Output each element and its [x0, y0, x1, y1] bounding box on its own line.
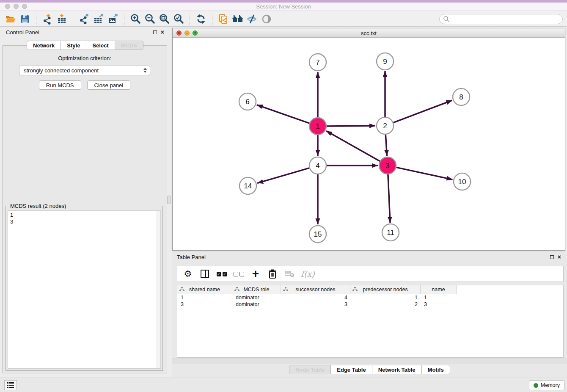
control-tab-style[interactable]: Style — [61, 41, 86, 50]
edge-1-6[interactable] — [257, 105, 310, 124]
table-cell[interactable]: 3 — [421, 301, 457, 308]
toolbar-separator — [36, 13, 36, 25]
close-panel-button[interactable]: Close panel — [87, 80, 131, 90]
node-15[interactable]: 15 — [309, 226, 326, 243]
edge-3-10[interactable] — [396, 167, 453, 179]
zoom-fit-icon[interactable] — [157, 12, 171, 26]
node-2[interactable]: 2 — [377, 117, 394, 134]
deselect-all-icon[interactable] — [233, 268, 244, 280]
column-header-label: predecessor nodes — [363, 287, 407, 293]
float-panel-icon[interactable] — [153, 30, 157, 34]
run-mcds-button[interactable]: Run MCDS — [39, 80, 81, 90]
control-tab-mcds[interactable]: MCDS — [115, 41, 143, 50]
svg-text:3: 3 — [385, 162, 389, 170]
node-11[interactable]: 11 — [382, 224, 399, 241]
memory-button[interactable]: Memory — [529, 380, 564, 390]
criterion-value: strongly connected component — [24, 67, 99, 74]
close-panel-icon[interactable]: × — [161, 30, 164, 34]
edge-2-8[interactable] — [394, 100, 452, 123]
table-cell[interactable]: dominator — [232, 301, 281, 308]
node-1[interactable]: 1 — [309, 118, 326, 135]
table-cell[interactable]: 1 — [350, 294, 421, 301]
import-table-icon[interactable] — [55, 12, 69, 26]
table-cell[interactable]: 4 — [281, 294, 350, 301]
home-icon[interactable] — [231, 12, 245, 26]
column-header-successor-nodes[interactable]: successor nodes — [281, 285, 350, 294]
table-tab-node-table[interactable]: Node Table — [289, 365, 331, 374]
search-box[interactable] — [439, 14, 563, 24]
edge-3-1[interactable] — [326, 131, 380, 161]
column-header-shared-name[interactable]: shared name — [177, 285, 232, 294]
node-4[interactable]: 4 — [309, 157, 326, 174]
dropdown-stepper-icon — [143, 68, 147, 73]
table-cell[interactable]: 1 — [421, 294, 457, 301]
show-graphics-icon[interactable] — [259, 12, 274, 26]
status-bar: Memory — [0, 378, 567, 392]
table-cell[interactable]: 3 — [177, 301, 232, 308]
svg-text:7: 7 — [316, 58, 319, 66]
zoom-selected-icon[interactable] — [171, 12, 186, 26]
table-cell[interactable]: 2 — [350, 301, 421, 308]
edge-4-14[interactable] — [257, 168, 309, 183]
export-table-icon[interactable] — [91, 12, 106, 26]
control-tab-network[interactable]: Network — [27, 41, 61, 50]
refresh-icon[interactable] — [194, 12, 208, 26]
add-column-icon[interactable]: + — [250, 268, 261, 280]
function-builder-icon[interactable]: f(x) — [301, 268, 315, 280]
node-3[interactable]: 3 — [379, 157, 396, 174]
panel-splitter-handle[interactable] — [167, 196, 171, 204]
hide-graphics-icon[interactable] — [245, 12, 259, 26]
node-9[interactable]: 9 — [377, 53, 394, 70]
export-network-icon[interactable] — [77, 12, 91, 26]
table-row[interactable]: 1dominator411 — [177, 294, 563, 301]
zoom-out-icon[interactable] — [143, 12, 157, 26]
table-cell[interactable]: dominator — [232, 294, 281, 301]
node-10[interactable]: 10 — [454, 173, 471, 190]
table-tab-edge-table[interactable]: Edge Table — [330, 365, 372, 374]
column-header-name[interactable]: name — [421, 285, 457, 294]
edge-3-11[interactable] — [388, 174, 390, 223]
titlebar-accent — [0, 0, 567, 3]
edge-1-2[interactable] — [327, 126, 375, 126]
app-titlebar: Session: New Session — [0, 0, 567, 11]
network-canvas[interactable]: 7968124314101511 — [173, 38, 565, 251]
zoom-in-icon[interactable] — [128, 12, 143, 26]
select-all-icon[interactable]: ✓✓ — [216, 268, 227, 280]
table-tab-motifs[interactable]: Motifs — [421, 365, 450, 374]
save-session-icon[interactable] — [18, 12, 32, 26]
node-8[interactable]: 8 — [453, 88, 470, 105]
close-table-panel-icon[interactable]: × — [558, 255, 561, 259]
table-cell[interactable]: 1 — [177, 294, 232, 301]
network-window-titlebar[interactable]: x – + scc.txt — [173, 28, 565, 38]
column-header-label: MCDS role — [243, 287, 269, 293]
node-table[interactable]: shared nameMCDS rolesuccessor nodesprede… — [177, 285, 564, 358]
task-history-button[interactable] — [4, 380, 17, 390]
network-from-file-icon[interactable] — [216, 12, 231, 26]
column-layout-icon[interactable] — [199, 268, 210, 280]
delete-column-icon[interactable] — [267, 268, 278, 280]
result-scrollbar[interactable] — [157, 211, 160, 368]
node-6[interactable]: 6 — [239, 93, 256, 110]
table-row[interactable]: 3dominator323 — [177, 301, 563, 308]
export-image-icon[interactable] — [106, 12, 120, 26]
delete-table-icon[interactable] — [284, 268, 295, 280]
mcds-result-area[interactable]: 1 3 — [8, 210, 161, 369]
criterion-dropdown[interactable]: strongly connected component — [19, 66, 150, 75]
column-header-predecessor-nodes[interactable]: predecessor nodes — [350, 285, 421, 294]
node-7[interactable]: 7 — [309, 54, 326, 71]
hierarchy-icon — [283, 287, 288, 293]
table-cell[interactable]: 3 — [281, 301, 350, 308]
import-network-icon[interactable] — [40, 12, 55, 26]
app-window-title: Session: New Session — [0, 3, 567, 10]
float-table-panel-icon[interactable] — [550, 255, 554, 259]
control-tab-select[interactable]: Select — [86, 41, 115, 50]
search-input[interactable] — [450, 15, 562, 23]
gear-icon[interactable]: ⚙ — [182, 268, 193, 280]
node-14[interactable]: 14 — [239, 177, 256, 194]
column-header-MCDS-role[interactable]: MCDS role — [232, 285, 281, 294]
table-header-row: shared nameMCDS rolesuccessor nodesprede… — [177, 285, 563, 294]
table-tab-network-table[interactable]: Network Table — [372, 365, 422, 374]
open-file-icon[interactable] — [3, 12, 18, 26]
column-header-label: name — [432, 287, 445, 293]
edge-2-3[interactable] — [385, 135, 387, 156]
